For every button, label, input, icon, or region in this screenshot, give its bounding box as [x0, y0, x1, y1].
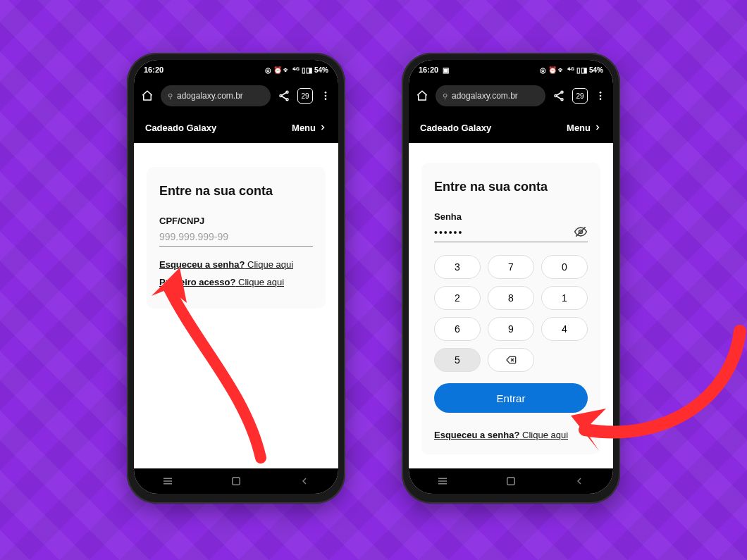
site-header: Cadeado Galaxy Menu — [409, 112, 613, 143]
battery-text: 54% — [589, 66, 603, 74]
cpf-input[interactable] — [159, 231, 313, 242]
svg-point-13 — [600, 92, 602, 94]
login-card: Entre na sua conta Senha 3 7 0 2 8 1 6 — [421, 163, 600, 454]
screen-right: 16:20 ▣ ◎ ⏰ ᯤ ⁴ᴳ ▯◨ 54% ⚲ adogalaxy.com.… — [409, 60, 613, 494]
back-button[interactable] — [296, 473, 313, 490]
svg-point-10 — [561, 91, 563, 93]
backspace-icon — [504, 354, 518, 366]
forgot-password-link[interactable]: Esqueceu a senha? Clique aqui — [159, 259, 313, 270]
forgot-password-bold: Esqueceu a senha? — [434, 430, 519, 440]
password-label: Senha — [434, 211, 588, 222]
more-icon[interactable] — [320, 90, 331, 101]
phone-right: 16:20 ▣ ◎ ⏰ ᯤ ⁴ᴳ ▯◨ 54% ⚲ adogalaxy.com.… — [402, 53, 620, 504]
keypad-key[interactable]: 7 — [488, 255, 534, 279]
browser-bar: ⚲ adogalaxy.com.br 29 — [134, 80, 338, 112]
svg-point-1 — [280, 95, 282, 97]
page-title: Entre na sua conta — [159, 184, 313, 199]
visibility-toggle-icon[interactable] — [574, 225, 588, 242]
forgot-password-bold: Esqueceu a senha? — [159, 259, 245, 270]
keypad-key[interactable]: 2 — [434, 286, 481, 310]
site-settings-icon: ⚲ — [443, 92, 447, 100]
site-title: Cadeado Galaxy — [145, 123, 216, 133]
keypad-key[interactable]: 0 — [541, 255, 588, 279]
svg-point-0 — [286, 91, 288, 93]
site-settings-icon: ⚲ — [168, 92, 173, 100]
status-indicators: ◎ ⏰ ᯤ ⁴ᴳ ▯◨ — [540, 66, 587, 74]
svg-point-3 — [325, 92, 327, 94]
svg-point-11 — [555, 95, 557, 97]
cpf-field-wrap — [159, 230, 313, 247]
menu-label: Menu — [292, 123, 316, 133]
url-bar[interactable]: ⚲ adogalaxy.com.br — [161, 85, 271, 106]
keypad-key[interactable]: 5 — [434, 348, 481, 372]
svg-rect-9 — [233, 478, 240, 485]
recents-button[interactable] — [434, 473, 451, 490]
password-input[interactable] — [434, 227, 588, 238]
forgot-password-rest: Clique aqui — [245, 259, 293, 270]
first-access-bold: Primeiro acesso? — [159, 277, 235, 287]
phone-left: 16:20 ◎ ⏰ ᯤ ⁴ᴳ ▯◨ 54% ⚲ adogalaxy.com.br… — [127, 53, 345, 504]
keypad-key[interactable]: 8 — [488, 286, 534, 310]
more-icon[interactable] — [595, 90, 606, 101]
svg-point-5 — [325, 98, 327, 100]
status-time: 16:20 — [144, 66, 163, 74]
background-pattern — [0, 0, 747, 560]
page-content-right: Entre na sua conta Senha 3 7 0 2 8 1 6 — [409, 143, 613, 468]
keypad-key[interactable]: 1 — [541, 286, 588, 310]
image-icon: ▣ — [443, 66, 449, 74]
page-title: Entre na sua conta — [434, 180, 588, 194]
status-indicators: ◎ ⏰ ᯤ ⁴ᴳ ▯◨ — [265, 66, 312, 74]
share-icon[interactable] — [278, 89, 290, 102]
menu-label: Menu — [567, 123, 591, 133]
status-time: 16:20 — [419, 66, 438, 74]
camera-hole — [507, 66, 515, 74]
camera-hole — [232, 66, 240, 74]
url-text: adogalaxy.com.br — [177, 91, 243, 101]
tab-count[interactable]: 29 — [572, 88, 588, 104]
svg-rect-23 — [507, 478, 515, 485]
url-bar[interactable]: ⚲ adogalaxy.com.br — [436, 85, 545, 106]
first-access-rest: Clique aqui — [235, 277, 284, 287]
chevron-right-icon — [593, 123, 602, 132]
browser-bar: ⚲ adogalaxy.com.br 29 — [409, 80, 613, 112]
login-card: Entre na sua conta CPF/CNPJ Esqueceu a s… — [147, 167, 326, 309]
home-icon[interactable] — [416, 89, 428, 102]
screen-left: 16:20 ◎ ⏰ ᯤ ⁴ᴳ ▯◨ 54% ⚲ adogalaxy.com.br… — [134, 60, 338, 494]
android-nav — [134, 468, 338, 494]
chevron-right-icon — [319, 123, 327, 132]
svg-point-2 — [286, 99, 288, 101]
keypad-key[interactable]: 9 — [488, 317, 534, 341]
home-icon[interactable] — [141, 89, 154, 102]
site-title: Cadeado Galaxy — [420, 123, 491, 133]
home-button[interactable] — [502, 473, 519, 490]
site-header: Cadeado Galaxy Menu — [134, 112, 338, 143]
numeric-keypad: 3 7 0 2 8 1 6 9 4 5 — [434, 255, 588, 372]
forgot-password-link[interactable]: Esqueceu a senha? Clique aqui — [434, 430, 588, 440]
share-icon[interactable] — [552, 89, 565, 102]
page-content-left: Entre na sua conta CPF/CNPJ Esqueceu a s… — [134, 143, 338, 468]
android-nav — [409, 468, 613, 494]
forgot-password-rest: Clique aqui — [519, 430, 568, 440]
tab-count[interactable]: 29 — [297, 88, 313, 104]
submit-button[interactable]: Entrar — [434, 383, 588, 413]
menu-button[interactable]: Menu — [292, 123, 327, 133]
back-button[interactable] — [571, 473, 588, 490]
svg-point-14 — [600, 95, 602, 97]
svg-point-4 — [325, 95, 327, 97]
password-field-wrap — [434, 226, 588, 242]
menu-button[interactable]: Menu — [567, 123, 602, 133]
svg-point-15 — [600, 98, 602, 100]
keypad-key[interactable]: 4 — [541, 317, 588, 341]
battery-text: 54% — [314, 66, 328, 74]
cpf-label: CPF/CNPJ — [159, 216, 313, 226]
keypad-backspace[interactable] — [488, 348, 534, 372]
first-access-link[interactable]: Primeiro acesso? Clique aqui — [159, 277, 313, 287]
keypad-key[interactable]: 3 — [434, 255, 481, 279]
home-button[interactable] — [228, 473, 245, 490]
svg-point-12 — [561, 99, 563, 101]
url-text: adogalaxy.com.br — [452, 91, 518, 101]
recents-button[interactable] — [159, 473, 176, 490]
keypad-key[interactable]: 6 — [434, 317, 481, 341]
